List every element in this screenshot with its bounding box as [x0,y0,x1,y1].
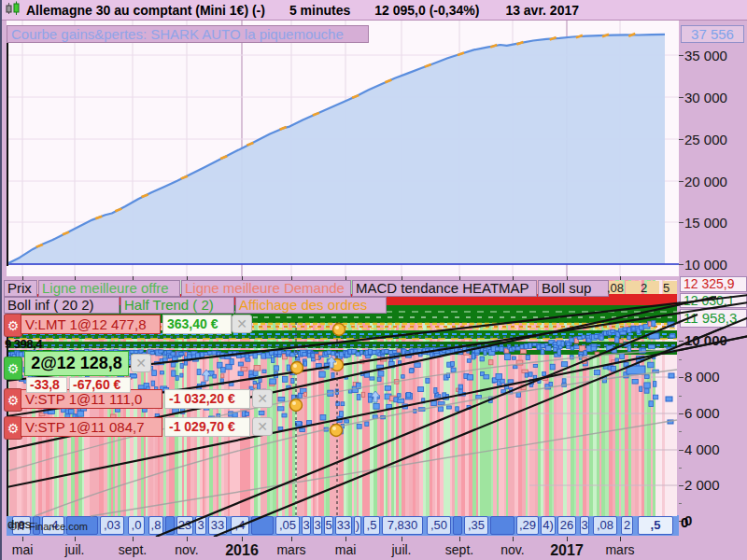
position-close-button[interactable]: ✕ [131,354,151,372]
price-level-label: 9 398,4 [5,337,42,351]
strip-filler [251,516,274,535]
y-axis-tick [679,55,684,56]
indicator-label-boll-sup[interactable]: Boll sup [538,280,609,297]
time-axis-label: sept. [445,542,473,557]
position-badge[interactable]: 2@12 128,8 [24,351,129,376]
equity-chart-label[interactable]: Courbe gains&pertes: SHARK AUTO la pique… [7,25,369,43]
time-axis-tick [187,537,188,541]
strip-price-fragment: 3 [580,516,589,535]
y-axis-tick-label: 10 000 [684,257,727,273]
indicator-label-boll-inf-20-2-[interactable]: Boll inf ( 20 2) [4,297,120,314]
instrument-name[interactable]: Allemagne 30 au comptant (Mini 1€) (-) [26,3,265,18]
lower-axis-minor-tick [679,503,682,504]
position-settings-button[interactable]: ⚙ [4,357,22,380]
order-badge-2[interactable]: V:STP 1@11 084,7 [21,417,162,437]
price-label-box: 11 958,3 [680,309,747,328]
order-close-button[interactable]: ✕ [252,389,273,408]
y-axis-tick [679,181,684,182]
strip-price-fragment: ,35 [464,516,488,535]
position-pnl-value: -67,60 € [69,377,131,393]
time-axis-label: sept. [119,542,147,557]
boll-sup-fragment: ,08 [607,281,624,295]
indicator-label-affichage-des-ordres[interactable]: Affichage des ordres [235,297,387,314]
time-axis-label: mars [276,542,305,557]
boll-sup-fragment: 5 [663,281,669,295]
lower-axis-minor-tick [679,396,682,397]
time-axis-tick [133,537,134,541]
strip-price-fragment: 3 [302,516,311,535]
lower-axis-tick [679,485,684,486]
strip-price-fragment: ,5 [363,516,380,535]
time-axis-tick [22,537,23,541]
time-axis-tick [345,537,346,541]
y-axis-tick-label: 25 000 [684,132,727,147]
strip-price-fragment: 7,830 [382,516,423,535]
y-axis-tick [679,264,684,265]
equity-chart-svg [7,21,679,276]
time-axis-tick [513,537,514,541]
trading-app-window: Allemagne 30 au comptant (Mini 1€) (-) 5… [0,0,747,560]
order-settings-button[interactable]: ⚙ [4,388,22,412]
time-axis-tick [459,537,460,541]
strip-price-fragment: 3 [313,516,322,535]
lower-axis-tick-label: 2 000 [684,477,720,493]
watermark: ©IT-Finance.com [9,521,88,532]
strip-filler [165,516,175,535]
indicator-label-half-trend-2-[interactable]: Half Trend ( 2) [120,297,234,314]
time-axis-tick [75,537,76,541]
time-axis[interactable]: maijuil.sept.nov.2016marsmaijuil.sept.no… [2,537,747,560]
strip-price-fragment: ) [354,516,361,535]
indicator-label-macd-tendance-heatmap[interactable]: MACD tendance HEATMAP [352,280,537,297]
time-axis-label: juil. [64,542,84,557]
strip-price-fragment: ,8 [148,516,163,535]
strip-filler [490,516,514,535]
strip-price-fragment: 33 [335,516,352,535]
time-axis-label: mai [335,542,357,557]
strip-price-fragment: ,5 [638,516,673,535]
timeframe[interactable]: 5 minutes [289,3,350,18]
strip-price-fragment: 5 [324,516,333,535]
position-pnl-points: -33,8 [26,377,67,393]
orders-price-strip: 8,4,03,0,823333,4,0533533),57,830,50,35,… [7,515,679,536]
order-pnl-value: -1 029,70 € [164,417,250,437]
y-axis-tick [679,139,684,140]
lower-axis-tick-label: 8 000 [684,369,720,385]
strip-price-fragment: 3 [195,516,206,535]
lower-axis-tick [679,450,684,451]
equity-chart-plot[interactable] [7,21,679,276]
time-axis-tick [620,537,621,541]
strip-price-fragment: 2 [621,516,633,535]
indicator-label-ligne-meilleure-demande[interactable]: Ligne meilleure Demande [181,280,351,297]
y-axis-tick-label: 15 000 [684,215,727,231]
order-settings-button[interactable]: ⚙ [4,416,22,440]
strip-price-fragment: ,0 [128,516,145,535]
time-axis-label: 2017 [550,542,584,559]
order-pnl-value: 363,40 € [162,315,232,334]
order-close-button[interactable]: ✕ [232,315,252,333]
time-axis-label: mars [605,542,634,557]
order-settings-button[interactable]: ⚙ [4,314,22,337]
time-axis-label: 2016 [225,542,259,559]
time-axis-label: juil. [391,542,411,557]
strip-price-fragment: 4) [541,516,556,535]
strip-price-fragment: ,29 [516,516,539,535]
order-close-button[interactable]: ✕ [252,417,273,436]
lower-axis-tick-label: 4 000 [684,441,720,457]
indicator-label-prix[interactable]: Prix [4,280,37,297]
indicator-label-ligne-meilleure-offre[interactable]: Ligne meilleure offre [38,280,180,297]
price-label-box: 12 325,9 [680,276,747,292]
lower-axis-tick [679,341,684,342]
time-axis-tick [291,537,292,541]
price-label-box: 12 030,1 [680,293,747,308]
strip-price-fragment: ,50 [427,516,451,535]
y-axis-tick-label: 30 000 [684,90,727,105]
axis-zero-label: 0 [681,514,688,530]
current-date: 13 avr. 2017 [505,3,579,18]
candlestick-icon [6,1,21,19]
time-axis-tick [242,537,243,541]
strip-price-fragment: 33 [208,516,227,535]
order-badge-0[interactable]: V:LMT 1@12 477,8 [21,315,161,334]
y-axis-tick-label: 20 000 [684,174,727,189]
boll-sup-fragment: 2 [641,281,647,295]
lower-axis-minor-tick [679,468,682,469]
